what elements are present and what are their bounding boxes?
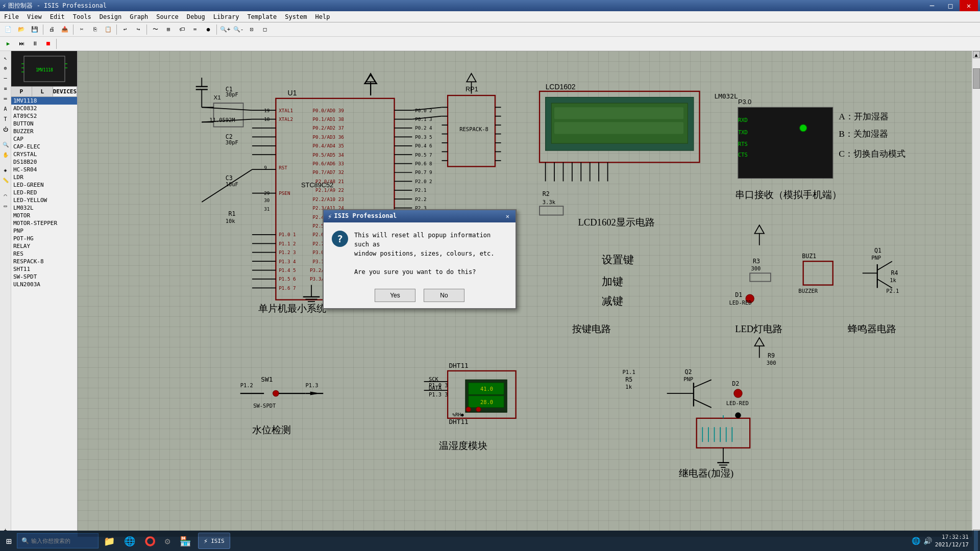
minimize-button[interactable]: ─ [923,0,941,11]
device-motor-stepper[interactable]: MOTOR-STEPPER [11,219,77,227]
device-adc0832[interactable]: ADC0832 [11,105,77,112]
tb-zoombox[interactable]: □ [259,24,271,35]
scroll-up-btn[interactable]: ▲ [973,51,980,58]
tb-import[interactable]: 📥 [59,24,71,35]
dialog-info-icon: ? [332,231,348,247]
menu-source[interactable]: Source [152,11,182,22]
device-uln2003a[interactable]: ULN2003A [11,281,77,288]
tb-copy[interactable]: ⎘ [89,24,101,35]
device-sw-spdt[interactable]: SW-SPDT [11,273,77,281]
device-res[interactable]: RES [11,250,77,258]
device-1mv1118[interactable]: 1MV1118 [11,97,77,105]
sidebar-tab-devices[interactable]: DEVICES [53,87,77,96]
menu-debug[interactable]: Debug [183,11,209,22]
device-button[interactable]: BUTTON [11,120,77,128]
tool-pan[interactable]: ✋ [1,150,10,159]
tool-zoom[interactable]: 🔍 [1,140,10,149]
tool-bus[interactable]: ═ [1,94,10,103]
tb-new[interactable]: 📄 [2,24,14,35]
tb-wire[interactable]: 〜 [149,24,161,35]
device-ds18b20[interactable]: DS18B20 [11,158,77,166]
device-at89c52[interactable]: AT89C52 [11,112,77,120]
menu-view[interactable]: View [23,11,46,22]
device-respack-8[interactable]: RESPACK-8 [11,258,77,265]
menu-template[interactable]: Template [243,11,281,22]
tb-net[interactable]: ⊞ [162,24,175,35]
toolbar2: ▶ ⏭ ⏸ ⏹ [0,37,980,51]
tool-rect[interactable]: ▭ [1,201,10,210]
device-cap[interactable]: CAP [11,135,77,143]
menu-file[interactable]: File [0,11,23,22]
tool-arc[interactable]: ◠ [1,191,10,200]
scroll-thumb[interactable] [973,68,980,89]
device-led-yellow[interactable]: LED-YELLOW [11,196,77,204]
device-motor[interactable]: MOTOR [11,212,77,219]
tb-cut[interactable]: ✂ [76,24,88,35]
device-led-red[interactable]: LED-RED [11,189,77,196]
titlebar-title: 图控制器 - ISIS Professional [8,2,107,10]
device-hc-sr04[interactable]: HC-SR04 [11,166,77,173]
start-button[interactable]: ⊞ [2,532,16,550]
device-relay[interactable]: RELAY [11,242,77,250]
tool-label[interactable]: A [1,104,10,113]
device-ldr[interactable]: LDR [11,173,77,181]
device-pnp[interactable]: PNP [11,227,77,235]
device-crystal[interactable]: CRYSTAL [11,151,77,158]
tb-pause[interactable]: ⏸ [29,38,41,49]
tb-zoomfit[interactable]: ⊡ [246,24,258,35]
tool-power[interactable]: ⏻ [1,124,10,134]
tool-select[interactable]: ↖ [1,53,10,62]
tb-zoomout[interactable]: 🔍- [232,24,244,35]
svg-text:1MV1118: 1MV1118 [36,68,53,72]
menu-system[interactable]: System [281,11,311,22]
menu-library[interactable]: Library [209,11,243,22]
tb-step[interactable]: ⏭ [15,38,28,49]
tool-tape[interactable]: 📏 [1,176,10,185]
menu-design[interactable]: Design [95,11,126,22]
dialog-titlebar: ⚡ ISIS Professional ✕ [324,210,516,222]
tray-speaker[interactable]: 🔊 [923,537,932,545]
tool-text[interactable]: T [1,114,10,123]
tb-zoomin[interactable]: 🔍+ [219,24,231,35]
tool-probe[interactable]: ◈ [1,165,10,174]
device-cap-elec[interactable]: CAP-ELEC [11,143,77,151]
scroll-track[interactable] [973,58,980,530]
tb-undo[interactable]: ↩ [119,24,131,35]
device-lm032l[interactable]: LM032L [11,204,77,212]
dialog-yes-button[interactable]: Yes [375,289,415,302]
tb-stop[interactable]: ⏹ [42,38,54,49]
right-scrollbar[interactable]: ▲ ▼ [972,51,980,537]
device-buzzer[interactable]: BUZZER [11,128,77,135]
tb-print[interactable]: 🖨 [45,24,58,35]
menu-edit[interactable]: Edit [46,11,69,22]
maximize-button[interactable]: □ [941,0,960,11]
tb-bus[interactable]: = [189,24,201,35]
tb-label[interactable]: 🏷 [176,24,188,35]
device-sht11[interactable]: SHT11 [11,265,77,273]
tb-junc[interactable]: ● [202,24,214,35]
menu-graph[interactable]: Graph [126,11,152,22]
titlebar-controls[interactable]: ─ □ ✕ [923,0,978,11]
dialog-close-btn[interactable]: ✕ [504,213,511,220]
tray-network[interactable]: 🌐 [912,537,920,545]
show-desktop-btn[interactable] [974,531,978,551]
device-pot-hg[interactable]: POT-HG [11,235,77,242]
tb-save[interactable]: 💾 [29,24,41,35]
sidebar-tab-p[interactable]: P [11,87,32,96]
device-led-green[interactable]: LED-GREEN [11,181,77,189]
sep3 [116,24,117,35]
menu-help[interactable]: Help [311,11,334,22]
tb-play[interactable]: ▶ [2,38,14,49]
close-button[interactable]: ✕ [960,0,978,11]
menu-tools[interactable]: Tools [69,11,95,22]
tool-wire[interactable]: ─ [1,73,10,83]
tool-component[interactable]: ⊕ [1,63,10,72]
tb-redo[interactable]: ↪ [132,24,144,35]
tool-net[interactable]: ≡ [1,84,10,93]
tb-open[interactable]: 📂 [15,24,28,35]
menubar: File View Edit Tools Design Graph Source… [0,11,980,22]
sidebar-tab-l[interactable]: L [32,87,53,96]
canvas-area[interactable]: U1 STC89C52 XTAL1 XTAL2 RST PSEN P1.0 1 … [78,51,972,537]
dialog-no-button[interactable]: No [424,289,464,302]
tb-paste[interactable]: 📋 [102,24,114,35]
